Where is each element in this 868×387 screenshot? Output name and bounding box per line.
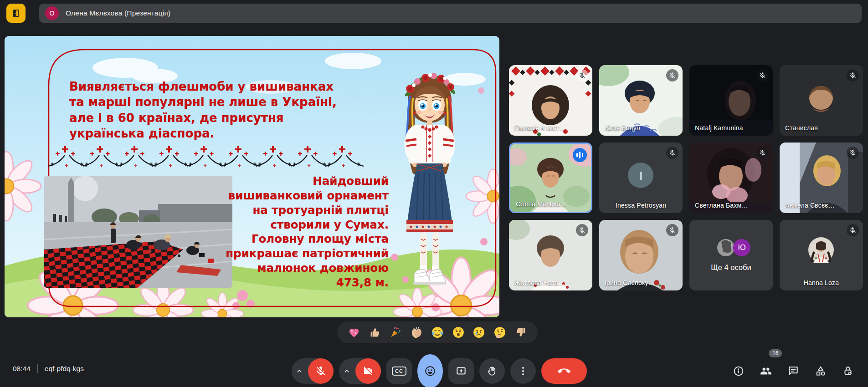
- mic-muted-icon: [666, 224, 678, 236]
- camera-off-button[interactable]: [355, 358, 381, 384]
- door-open-icon-button[interactable]: [6, 4, 26, 23]
- participant-name: Ірина Слєпоку…: [605, 279, 655, 286]
- mic-muted-icon: [847, 147, 859, 159]
- chat-panel-button[interactable]: [780, 359, 807, 383]
- host-controls-button[interactable]: [834, 359, 862, 383]
- mic-muted-button[interactable]: [308, 358, 334, 384]
- participant-tile-natalj[interactable]: Natalj Kamunina: [689, 65, 773, 136]
- raise-hand-button[interactable]: [479, 358, 505, 384]
- mic-button-group[interactable]: [292, 358, 334, 384]
- participant-tile-svitlana[interactable]: Светлана Бахм…: [689, 143, 773, 213]
- mic-muted-icon: [666, 147, 678, 159]
- avatar-initial: I: [599, 163, 683, 188]
- meeting-meta: 08:44 eqf-pfdq-kgs: [13, 364, 84, 373]
- overflow-avatar-initial: Ю: [733, 239, 750, 256]
- door-open-icon: [10, 8, 21, 19]
- divider: [37, 364, 38, 373]
- crying-face-emoji[interactable]: [472, 326, 486, 339]
- participant-name: Юлія Боцун: [605, 124, 640, 132]
- mic-muted-icon: [756, 69, 769, 81]
- more-vert-icon: [518, 366, 529, 377]
- participant-tile-himnaziya[interactable]: Гімназія 4 міст…: [509, 65, 592, 136]
- raised-hand-icon: [487, 366, 498, 377]
- reactions-bar: [337, 321, 538, 343]
- participant-name: Гімназія 4 міст…: [514, 124, 565, 132]
- mic-muted-icon: [847, 69, 859, 81]
- participant-tile-stanislav[interactable]: Станислав: [780, 65, 863, 136]
- sparkling-heart-emoji[interactable]: [347, 326, 361, 339]
- mic-muted-icon: [847, 224, 859, 236]
- participant-name: Светлана Бахм…: [695, 202, 748, 209]
- activities-shapes-icon: [815, 365, 827, 377]
- leave-call-button[interactable]: [541, 358, 587, 384]
- participant-tile-iryna[interactable]: Ірина Слєпоку…: [599, 220, 683, 290]
- people-icon: [760, 365, 772, 377]
- camera-options-chevron-icon[interactable]: [339, 367, 354, 375]
- more-options-button[interactable]: [510, 358, 536, 384]
- reactions-toggle-button[interactable]: [417, 354, 443, 387]
- lock-settings-icon: [842, 365, 854, 377]
- slide-paragraph-1: Виявляється флешмоби у вишиванках та мар…: [69, 79, 338, 141]
- speaking-indicator-icon: [573, 148, 587, 162]
- camera-button-group[interactable]: [339, 358, 381, 384]
- panel-buttons: 16: [725, 359, 862, 383]
- mic-muted-icon: [576, 69, 588, 81]
- info-icon: [733, 365, 745, 377]
- captions-button[interactable]: CC: [386, 358, 412, 384]
- mic-muted-icon: [666, 69, 678, 81]
- present-screen-button[interactable]: [448, 358, 474, 384]
- participant-tile-inessa[interactable]: I Inessa Petrosyan: [599, 143, 683, 213]
- party-popper-emoji[interactable]: [389, 326, 402, 339]
- call-controls: CC: [292, 358, 587, 384]
- participant-name: Natalj Kamunina: [695, 124, 743, 132]
- presentation-tile[interactable]: Виявляється флешмоби у вишиванках та мар…: [5, 36, 499, 317]
- face-with-tears-of-joy-emoji[interactable]: [431, 326, 444, 339]
- participant-tile-anzhela[interactable]: Анжела Євсєє…: [780, 143, 863, 213]
- thumbs-up-emoji[interactable]: [368, 326, 382, 339]
- overflow-count-label: Ще 4 особи: [689, 263, 773, 272]
- present-icon: [455, 365, 467, 377]
- captions-icon: CC: [392, 367, 406, 376]
- people-count-badge: 16: [769, 349, 782, 357]
- video-frame: [689, 220, 773, 290]
- participant-name: Олена Мєлєхо…: [516, 200, 566, 208]
- call-end-icon: [558, 365, 570, 377]
- participant-name: Житлова Ната…: [514, 279, 565, 286]
- smiley-icon: [424, 365, 436, 377]
- surprised-face-emoji[interactable]: [452, 326, 465, 339]
- chat-icon: [787, 365, 799, 377]
- mic-muted-icon: [756, 147, 769, 159]
- activities-button[interactable]: [807, 359, 834, 383]
- mic-options-chevron-icon[interactable]: [292, 367, 307, 375]
- people-panel-button[interactable]: 16: [752, 359, 780, 383]
- mic-muted-icon: [576, 224, 588, 236]
- participant-tile-overflow[interactable]: Ю Ще 4 особи: [689, 220, 773, 290]
- participant-tile-hanna[interactable]: Hanna Loza: [780, 220, 863, 290]
- presenter-avatar: O: [45, 6, 59, 20]
- presenter-chip[interactable]: O Олена Мєлєхова (Презентація): [39, 4, 862, 23]
- participants-grid: Гімназія 4 міст… Юлія Боцун: [509, 65, 863, 290]
- presenter-name: Олена Мєлєхова (Презентація): [66, 9, 170, 17]
- participant-name: Inessa Petrosyan: [599, 202, 683, 209]
- meeting-details-button[interactable]: [725, 359, 752, 383]
- participant-tile-yuliya[interactable]: Юлія Боцун: [599, 65, 683, 136]
- participant-name: Станислав: [785, 124, 818, 132]
- clock-time: 08:44: [13, 365, 31, 373]
- slide-paragraph-2: Найдовший вишиванковий орнамент на троту…: [225, 174, 389, 290]
- thumbs-down-emoji[interactable]: [514, 326, 528, 339]
- meeting-code: eqf-pfdq-kgs: [45, 365, 84, 373]
- clapping-hands-emoji[interactable]: [410, 326, 423, 339]
- participant-tile-zhytlova[interactable]: Житлова Ната…: [509, 220, 592, 290]
- participant-tile-olena[interactable]: Олена Мєлєхо…: [509, 143, 592, 213]
- participant-name: Hanna Loza: [780, 279, 863, 286]
- participant-name: Анжела Євсєє…: [785, 202, 835, 209]
- thinking-face-emoji[interactable]: [493, 326, 507, 339]
- meet-window: O Олена Мєлєхова (Презентація): [0, 0, 868, 387]
